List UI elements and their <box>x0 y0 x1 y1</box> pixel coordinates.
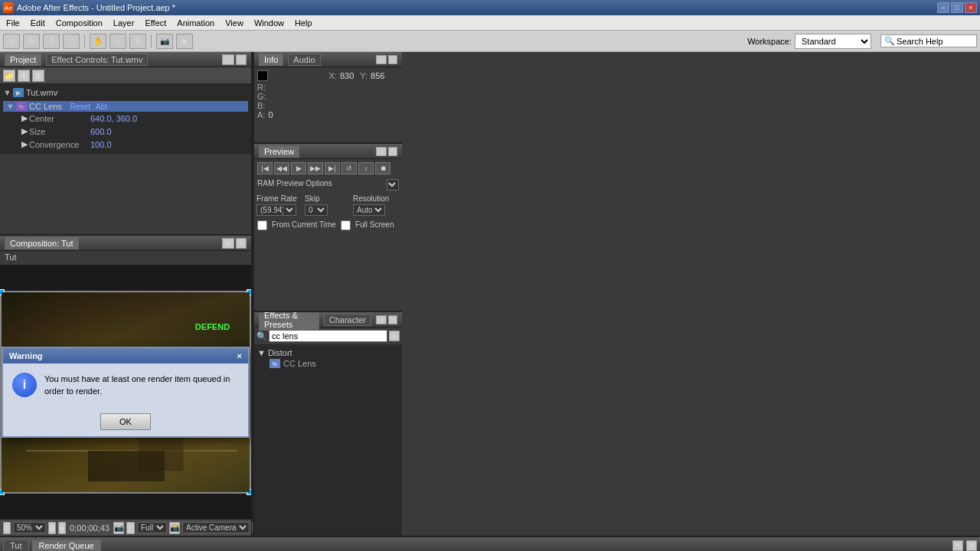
toolbar-camera-tool[interactable]: 📷 <box>156 34 173 49</box>
menu-file[interactable]: File <box>2 17 24 29</box>
tab-composition[interactable]: Composition: Tut <box>5 237 79 249</box>
toolbar-rotation-tool[interactable]: ↻ <box>129 34 146 49</box>
close-button[interactable]: × <box>965 2 977 13</box>
info-rgba: R: G: B: A: 0 <box>257 83 399 119</box>
full-screen-checkbox[interactable] <box>341 220 351 230</box>
effects-panel-menu[interactable]: ≡ <box>376 315 387 324</box>
grid-icon[interactable]: ⊞ <box>48 522 56 534</box>
dialog-info-icon: i <box>12 373 37 397</box>
toolbar-puppet-tool[interactable]: ◈ <box>176 34 193 49</box>
comp-panel-menu[interactable]: ≡ <box>222 238 234 249</box>
reset-label[interactable]: Reset <box>70 103 90 111</box>
search-input[interactable] <box>897 37 973 46</box>
tab-render-queue[interactable]: Render Queue <box>32 540 101 552</box>
project-item-tut[interactable]: ▼ ▶ Tut.wmv <box>3 87 248 98</box>
info-a: A: 0 <box>257 110 399 119</box>
menu-window[interactable]: Window <box>250 17 289 29</box>
snapshot-icon[interactable]: 📸 <box>169 522 180 534</box>
info-xy: X: 830 Y: 856 <box>329 70 400 81</box>
tab-info[interactable]: Info <box>259 54 283 66</box>
menu-layer[interactable]: Layer <box>109 17 139 29</box>
toolbar-shape-tool[interactable]: ◻ <box>63 34 80 49</box>
video-frame: +600 DEFEND Warning <box>0 291 251 494</box>
play-button[interactable]: ▶ <box>291 162 306 174</box>
info-r: R: <box>257 83 399 92</box>
preview-panel-close[interactable]: × <box>388 147 397 156</box>
menu-animation[interactable]: Animation <box>172 17 219 29</box>
prev-frame-button[interactable]: ◀◀ <box>274 162 289 174</box>
preview-panel-menu[interactable]: ≡ <box>376 147 387 156</box>
comp-viewer[interactable]: +600 DEFEND Warning <box>0 265 251 519</box>
effect-center: ▶ Center 640.0, 360.0 <box>3 112 248 125</box>
dialog-overlay: Warning × i You must have at least one r… <box>2 292 250 492</box>
tab-preview[interactable]: Preview <box>259 145 299 158</box>
loop-button[interactable]: ↺ <box>341 162 357 174</box>
project-content: ▼ ▶ Tut.wmv ▼ fx CC Lens Reset Abt ▶ Cen… <box>0 84 251 154</box>
title-bar: Ae Adobe After Effects - Untitled Projec… <box>0 0 980 15</box>
minimize-button[interactable]: − <box>937 2 949 13</box>
menu-help[interactable]: Help <box>290 17 317 29</box>
menu-effect[interactable]: Effect <box>140 17 171 29</box>
menu-view[interactable]: View <box>220 17 248 29</box>
view-select[interactable]: Active Camera <box>182 522 250 533</box>
toolbar-select-tool[interactable]: ↖ <box>3 34 20 49</box>
timeline-panel-close[interactable]: × <box>952 540 963 551</box>
first-frame-button[interactable]: |◀ <box>257 162 273 174</box>
region-of-interest-icon[interactable]: ◻ <box>3 522 11 534</box>
menu-composition[interactable]: Composition <box>51 17 107 29</box>
resolution-select[interactable]: Auto <box>353 204 385 216</box>
last-frame-button[interactable]: ▶| <box>325 162 340 174</box>
import-icon[interactable]: ⬇ <box>18 70 30 82</box>
skip-select[interactable]: 0 <box>305 204 328 216</box>
workspace-dropdown[interactable]: Standard <box>795 34 871 49</box>
preview-checkboxes: From Current Time Full Screen <box>254 218 402 233</box>
new-folder-icon[interactable]: 📁 <box>3 70 15 82</box>
zoom-select[interactable]: 50% <box>13 522 46 533</box>
menu-edit[interactable]: Edit <box>26 17 50 29</box>
dialog-close-icon[interactable]: × <box>237 351 242 360</box>
effect-category-distort[interactable]: ▼ Distort <box>257 347 399 358</box>
timeline-panel-menu[interactable]: ≡ <box>966 540 977 551</box>
toolbar-zoom-tool[interactable]: ⌕ <box>109 34 126 49</box>
bottom-area: Tut Render Queue × ≡ ▶ Current Render El… <box>0 536 980 551</box>
info-panel-menu[interactable]: ≡ <box>376 55 387 64</box>
camera-icon[interactable]: 📷 <box>113 522 124 534</box>
info-panel-header: Info Audio ≡ × <box>254 52 402 67</box>
quality-icon[interactable]: ◈ <box>58 522 66 534</box>
effects-search-bar: 🔍 × <box>254 328 402 344</box>
play-audio-button[interactable]: ▶▶ <box>308 162 323 174</box>
tab-character[interactable]: Character <box>324 314 371 326</box>
tab-tut[interactable]: Tut <box>3 540 29 552</box>
jog-button[interactable]: ⏺ <box>375 162 390 174</box>
comp-panel-close[interactable]: × <box>236 238 247 249</box>
transparency-icon[interactable]: ◫ <box>126 522 135 534</box>
effects-panel-close[interactable]: × <box>388 315 397 324</box>
info-panel-close[interactable]: × <box>388 55 397 64</box>
effects-search-input[interactable] <box>269 330 387 342</box>
toolbar-pen-tool[interactable]: ✎ <box>23 34 40 49</box>
mute-button[interactable]: ♪ <box>358 162 374 174</box>
ram-preview-expand[interactable]: ▼ <box>387 179 399 191</box>
effect-expand-arrow: ▼ <box>6 102 14 111</box>
effect-icon: fx <box>16 102 27 111</box>
tab-project[interactable]: Project <box>5 54 41 66</box>
tab-audio[interactable]: Audio <box>288 54 320 66</box>
abt-label[interactable]: Abt <box>96 103 107 111</box>
toolbar-hand-tool[interactable]: ✋ <box>90 34 106 49</box>
panel-menu-icon[interactable]: ≡ <box>222 54 234 65</box>
effects-search-icon: 🔍 <box>256 331 267 341</box>
dialog-ok-button[interactable]: OK <box>100 413 151 430</box>
ae-logo-icon: Ae <box>3 2 14 13</box>
effect-cc-lens[interactable]: ▼ fx CC Lens Reset Abt <box>3 101 248 112</box>
maximize-button[interactable]: □ <box>951 2 963 13</box>
preview-panel: Preview ≡ × |◀ ◀◀ ▶ ▶▶ ▶| ↺ ♪ ⏺ RAM Prev… <box>254 144 402 312</box>
from-current-checkbox[interactable] <box>257 220 267 230</box>
tab-effect-controls[interactable]: Effect Controls: Tut.wmv <box>46 54 148 66</box>
quality-select[interactable]: Full <box>137 522 167 533</box>
effect-item-cc-lens[interactable]: fx CC Lens <box>257 358 399 369</box>
panel-collapse-icon[interactable]: × <box>236 54 247 65</box>
delete-icon[interactable]: 🗑 <box>32 70 44 82</box>
frame-rate-select[interactable]: (59.94) <box>256 204 296 216</box>
toolbar-text-tool[interactable]: T <box>43 34 60 49</box>
effects-search-clear[interactable]: × <box>389 331 400 341</box>
